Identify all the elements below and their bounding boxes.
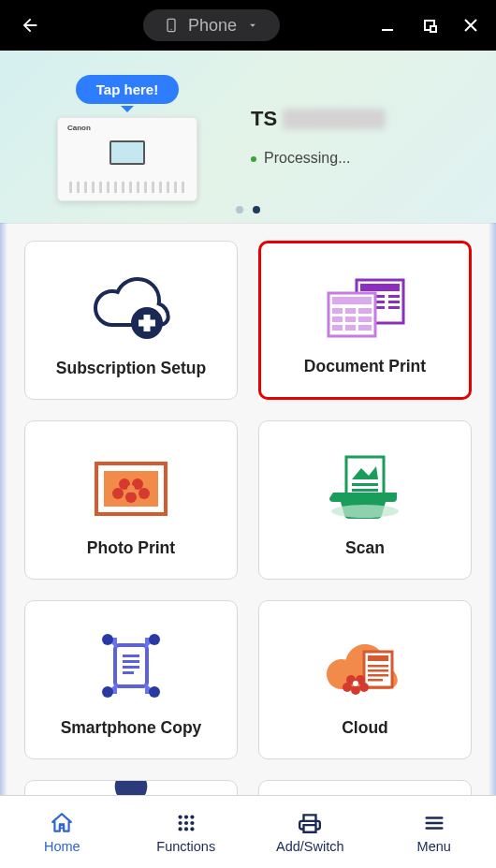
- printer-name: TS: [251, 107, 481, 131]
- close-icon: [463, 18, 478, 33]
- svg-point-68: [184, 815, 188, 818]
- extra-icon: [35, 780, 227, 795]
- nav-label: Home: [44, 839, 80, 854]
- svg-point-64: [353, 681, 358, 686]
- window-controls: [380, 17, 479, 34]
- card-label: Document Print: [304, 357, 426, 376]
- svg-rect-9: [360, 284, 400, 291]
- svg-rect-24: [332, 325, 343, 331]
- svg-point-34: [127, 485, 135, 493]
- svg-point-76: [314, 821, 317, 824]
- svg-rect-54: [368, 655, 388, 661]
- nav-label: Menu: [417, 839, 451, 854]
- cloud-card[interactable]: Cloud: [258, 600, 472, 759]
- subscription-setup-card[interactable]: Subscription Setup: [24, 241, 238, 400]
- svg-point-32: [125, 492, 137, 503]
- scan-icon: [269, 438, 461, 538]
- back-button[interactable]: [17, 12, 43, 38]
- svg-rect-4: [430, 26, 436, 32]
- card-label: Subscription Setup: [56, 359, 206, 378]
- nav-add-switch[interactable]: Add/Switch: [248, 796, 372, 868]
- svg-point-73: [178, 827, 182, 831]
- scan-card[interactable]: Scan: [258, 420, 472, 580]
- svg-point-61: [343, 683, 352, 692]
- smartphone-copy-card[interactable]: Smartphone Copy: [24, 600, 238, 759]
- extra-card-peek[interactable]: [24, 780, 238, 795]
- status-text: Processing...: [264, 150, 350, 166]
- photo-print-card[interactable]: Photo Print: [24, 420, 238, 580]
- svg-rect-56: [368, 669, 388, 672]
- photo-print-icon: [35, 438, 227, 538]
- printer-name-prefix: TS: [251, 107, 277, 131]
- svg-rect-25: [345, 325, 356, 331]
- svg-point-72: [190, 820, 194, 824]
- back-arrow-icon: [20, 15, 40, 36]
- svg-point-49: [102, 634, 113, 645]
- svg-rect-17: [332, 297, 372, 304]
- function-grid: Subscription Setup Document Print Photo …: [0, 224, 496, 795]
- svg-point-51: [102, 686, 113, 698]
- svg-rect-44: [123, 671, 134, 674]
- printer-visual[interactable]: Tap here! Canon: [15, 73, 240, 201]
- card-label: Smartphone Copy: [61, 718, 202, 738]
- document-print-icon: [270, 260, 460, 357]
- menu-icon: [423, 811, 445, 835]
- smartphone-copy-icon: [35, 618, 227, 718]
- svg-point-39: [331, 505, 399, 518]
- svg-rect-58: [368, 679, 383, 682]
- extra-card-peek-2[interactable]: [258, 780, 472, 795]
- svg-rect-2: [382, 29, 393, 31]
- device-label: Phone: [188, 16, 237, 36]
- home-icon: [50, 811, 74, 835]
- document-print-card[interactable]: Document Print: [258, 241, 472, 400]
- svg-point-1: [170, 29, 171, 30]
- svg-point-71: [184, 820, 188, 824]
- title-bar: Phone: [0, 0, 496, 51]
- printer-hero: Tap here! Canon TS Processing...: [0, 51, 496, 223]
- printer-brand-label: Canon: [67, 124, 91, 132]
- nav-label: Functions: [156, 839, 215, 854]
- nav-menu[interactable]: Menu: [372, 796, 497, 868]
- printer-image: Canon: [57, 117, 197, 201]
- svg-rect-20: [358, 308, 372, 314]
- svg-point-33: [139, 488, 150, 499]
- close-button[interactable]: [462, 17, 479, 34]
- printer-info: TS Processing...: [240, 107, 481, 167]
- svg-point-52: [149, 686, 160, 698]
- chevron-down-icon: [246, 19, 259, 32]
- svg-rect-14: [388, 301, 400, 303]
- card-label: Cloud: [342, 718, 388, 738]
- phone-icon: [164, 15, 179, 36]
- dot-1[interactable]: [236, 206, 243, 213]
- bottom-nav: Home Functions Add/Switch Menu: [0, 795, 496, 868]
- svg-rect-7: [139, 319, 155, 326]
- svg-rect-15: [388, 306, 400, 309]
- card-label: Scan: [345, 538, 385, 558]
- svg-rect-22: [345, 316, 356, 322]
- svg-rect-42: [123, 660, 139, 663]
- dot-2[interactable]: [253, 206, 260, 213]
- svg-point-63: [359, 683, 369, 692]
- cloud-add-icon: [35, 258, 227, 359]
- svg-point-62: [351, 685, 360, 695]
- cloud-icon: [269, 618, 461, 718]
- nav-functions[interactable]: Functions: [124, 796, 249, 868]
- restore-icon: [422, 18, 437, 33]
- printer-name-redacted: [283, 109, 386, 129]
- minimize-button[interactable]: [380, 17, 397, 34]
- svg-point-31: [112, 488, 124, 499]
- svg-rect-26: [358, 325, 372, 331]
- svg-point-67: [178, 815, 182, 818]
- printer-status: Processing...: [251, 150, 481, 167]
- function-grid-container: Subscription Setup Document Print Photo …: [0, 223, 496, 795]
- svg-rect-41: [123, 655, 139, 657]
- svg-point-69: [190, 815, 194, 818]
- page-indicator[interactable]: [236, 206, 260, 213]
- svg-rect-43: [123, 666, 139, 669]
- nav-label: Add/Switch: [276, 839, 344, 854]
- card-label: Photo Print: [87, 538, 175, 558]
- nav-home[interactable]: Home: [0, 796, 124, 868]
- restore-button[interactable]: [421, 17, 438, 34]
- device-selector[interactable]: Phone: [143, 9, 280, 41]
- svg-point-70: [178, 820, 182, 824]
